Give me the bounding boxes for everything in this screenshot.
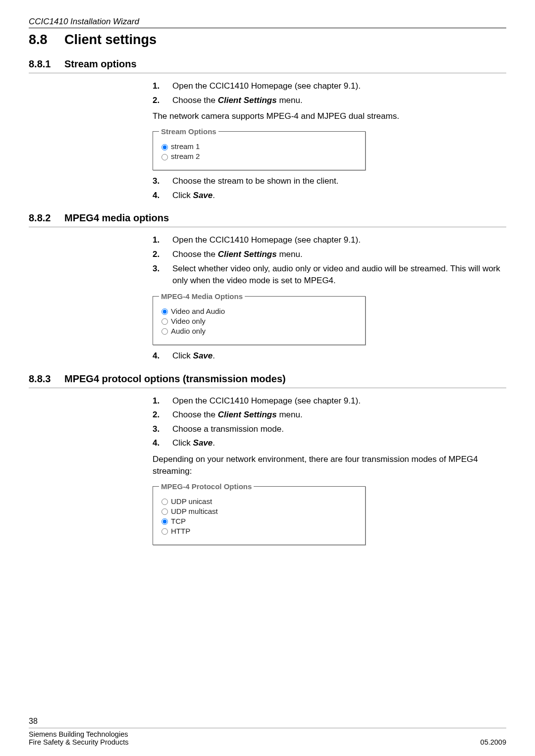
step-text: Click Save. [172,350,504,362]
page-footer: 38 Siemens Building Technologies Fire Sa… [29,717,506,746]
step-text: Choose the Client Settings menu. [172,249,504,261]
step-list: 4.Click Save. [153,350,506,362]
radio-label: TCP [171,517,186,525]
radio-label: Video only [171,317,206,325]
radio-input[interactable] [161,328,168,335]
step-number: 3. [153,423,172,436]
subsection-rule [29,73,506,73]
radio-http[interactable]: HTTP [159,527,359,535]
mpeg4-protocol-options-panel: MPEG-4 Protocol Options UDP unicast UDP … [153,482,366,545]
subsection-heading-882: 8.8.2MPEG4 media options [29,212,506,224]
subsection-title: Stream options [64,58,137,69]
note-text: The network camera supports MPEG-4 and M… [153,110,506,122]
fieldset-legend: MPEG-4 Protocol Options [159,482,254,491]
note-text: Depending on your network environment, t… [153,454,506,477]
radio-video-audio[interactable]: Video and Audio [159,307,359,315]
step-number: 2. [153,95,172,107]
radio-udp-unicast[interactable]: UDP unicast [159,497,359,505]
section-heading: 8.8Client settings [29,32,506,48]
subsection-rule [29,227,506,227]
subsection-number: 8.8.3 [29,373,64,385]
step-number: 2. [153,409,172,421]
footer-org1: Siemens Building Technologies [29,730,128,738]
page-number: 38 [29,717,506,726]
subsection-title: MPEG4 media options [64,212,169,223]
radio-label: HTTP [171,527,190,535]
radio-label: UDP unicast [171,497,212,505]
radio-label: Audio only [171,327,206,335]
step-number: 4. [153,350,172,362]
radio-input[interactable] [161,508,168,515]
step-list: 1.Open the CCIC1410 Homepage (see chapte… [153,234,506,287]
step-number: 2. [153,249,172,261]
radio-stream2[interactable]: stream 2 [159,152,359,160]
radio-stream1[interactable]: stream 1 [159,142,359,151]
step-text: Open the CCIC1410 Homepage (see chapter … [172,234,504,247]
step-text: Click Save. [172,437,504,450]
radio-input[interactable] [161,144,168,151]
step-list: 1.Open the CCIC1410 Homepage (see chapte… [153,395,506,450]
header-rule [29,28,506,28]
step-number: 3. [153,263,172,275]
subsection-rule [29,388,506,388]
fieldset-legend: Stream Options [159,127,218,136]
step-text: Choose a transmission mode. [172,423,504,436]
radio-input[interactable] [161,308,168,315]
radio-video-only[interactable]: Video only [159,317,359,325]
step-number: 4. [153,437,172,450]
radio-input[interactable] [161,318,168,325]
radio-label: UDP multicast [171,507,218,515]
section-title: Client settings [64,32,157,47]
step-number: 1. [153,80,172,93]
subsection-number: 8.8.1 [29,58,64,70]
step-list: 3.Choose the stream to be shown in the c… [153,175,506,202]
radio-input[interactable] [161,154,168,160]
step-text: Choose the Client Settings menu. [172,409,504,421]
radio-label: stream 1 [171,142,200,151]
footer-rule [29,728,506,728]
step-number: 1. [153,395,172,407]
subsection-number: 8.8.2 [29,212,64,224]
step-text: Select whether video only, audio only or… [172,263,504,287]
running-header: CCIC1410 Installation Wizard [29,17,506,27]
radio-label: Video and Audio [171,307,225,315]
step-text: Open the CCIC1410 Homepage (see chapter … [172,80,504,93]
radio-input[interactable] [161,518,168,525]
subsection-title: MPEG4 protocol options (transmission mod… [64,373,286,384]
step-list: 1.Open the CCIC1410 Homepage (see chapte… [153,80,506,106]
footer-org2: Fire Safety & Security Products [29,738,128,746]
step-text: Click Save. [172,190,504,202]
mpeg4-media-options-panel: MPEG-4 Media Options Video and Audio Vid… [153,292,366,345]
step-number: 3. [153,175,172,188]
step-number: 1. [153,234,172,247]
stream-options-panel: Stream Options stream 1 stream 2 [153,127,366,170]
radio-label: stream 2 [171,152,200,160]
step-text: Choose the Client Settings menu. [172,95,504,107]
footer-date: 05.2009 [481,738,506,746]
radio-udp-multicast[interactable]: UDP multicast [159,507,359,515]
subsection-heading-883: 8.8.3MPEG4 protocol options (transmissio… [29,373,506,385]
step-number: 4. [153,190,172,202]
radio-tcp[interactable]: TCP [159,517,359,525]
fieldset-legend: MPEG-4 Media Options [159,292,245,301]
subsection-heading-881: 8.8.1Stream options [29,58,506,70]
radio-audio-only[interactable]: Audio only [159,327,359,335]
step-text: Choose the stream to be shown in the cli… [172,175,504,188]
step-text: Open the CCIC1410 Homepage (see chapter … [172,395,504,407]
section-number: 8.8 [29,32,64,48]
radio-input[interactable] [161,528,168,535]
radio-input[interactable] [161,499,168,505]
